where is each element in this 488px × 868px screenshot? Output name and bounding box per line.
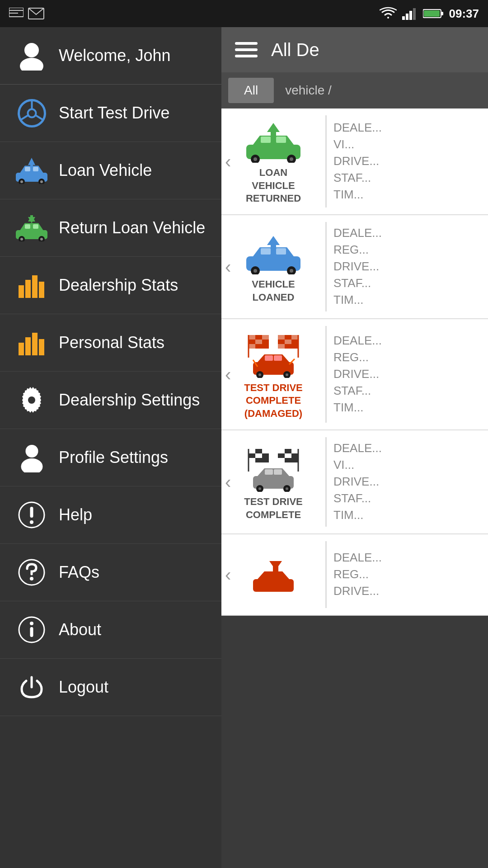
card-chevron-5[interactable]: ‹ — [225, 564, 231, 585]
filter-tabs: All vehicle / — [221, 72, 488, 108]
svg-rect-106 — [278, 449, 285, 453]
svg-point-13 — [20, 58, 43, 71]
svg-rect-87 — [291, 335, 298, 340]
svg-rect-72 — [276, 248, 286, 255]
card-chevron-4[interactable]: ‹ — [225, 472, 231, 492]
card-chevron-1[interactable]: ‹ — [225, 151, 231, 171]
car-up-icon — [14, 155, 50, 186]
svg-rect-81 — [249, 344, 255, 349]
card-icon-loan-returned: ‹ — [221, 108, 325, 214]
svg-rect-108 — [291, 449, 298, 453]
svg-rect-88 — [278, 344, 285, 349]
svg-rect-78 — [249, 335, 255, 340]
svg-rect-112 — [265, 469, 273, 475]
card-data-row: TIM... — [333, 401, 481, 415]
card-label-complete: TEST DRIVECOMPLETE — [244, 495, 303, 521]
loan-vehicle-label: Loan Vehicle — [59, 161, 152, 180]
svg-rect-42 — [19, 343, 24, 355]
dealership-settings-label: Dealership Settings — [59, 391, 200, 410]
svg-point-48 — [28, 396, 35, 404]
sidebar-item-return-loan-vehicle[interactable]: Return Loan Vehicle — [0, 199, 221, 257]
svg-rect-23 — [33, 167, 38, 171]
card-icon-complete: ‹ — [221, 430, 325, 533]
card-data-1: DEALE... VI... DRIVE... STAF... TIM... — [327, 108, 488, 214]
card-data-row: VI... — [333, 137, 481, 151]
welcome-label: Welcome, John — [59, 46, 170, 65]
bar-chart-personal-icon — [14, 327, 50, 359]
svg-point-96 — [258, 373, 261, 376]
sidebar-item-loan-vehicle[interactable]: Loan Vehicle — [0, 142, 221, 199]
svg-marker-68 — [267, 236, 280, 245]
right-panel: All De All vehicle / ‹ — [221, 27, 488, 868]
svg-point-37 — [40, 238, 43, 241]
battery-icon — [423, 8, 444, 19]
email-icon — [28, 8, 44, 19]
card-data-row: STAF... — [333, 276, 481, 290]
svg-rect-63 — [276, 137, 286, 143]
wifi-icon — [380, 7, 397, 20]
return-loan-vehicle-label: Return Loan Vehicle — [59, 218, 205, 237]
notification-icon — [9, 8, 23, 19]
sidebar-item-dealership-settings[interactable]: Dealership Settings — [0, 372, 221, 429]
car-down-icon — [14, 212, 50, 244]
sidebar-item-about[interactable]: About — [0, 601, 221, 659]
svg-rect-100 — [249, 449, 255, 453]
svg-point-76 — [290, 269, 293, 273]
svg-point-25 — [20, 180, 23, 183]
svg-line-17 — [21, 115, 28, 120]
sidebar-item-dealership-stats[interactable]: Dealership Stats — [0, 257, 221, 314]
svg-point-27 — [40, 180, 43, 183]
card-chevron-3[interactable]: ‹ — [225, 364, 231, 384]
card-test-drive-damaged: ‹ — [221, 319, 488, 430]
profile-settings-label: Profile Settings — [59, 448, 168, 467]
gear-icon — [14, 384, 50, 416]
card-label-damaged: TEST DRIVECOMPLETE(DAMAGED) — [244, 382, 303, 420]
svg-line-18 — [36, 115, 43, 120]
svg-point-12 — [24, 43, 39, 57]
card-chevron-2[interactable]: ‹ — [225, 256, 231, 277]
sidebar-item-personal-stats[interactable]: Personal Stats — [0, 314, 221, 372]
sidebar-item-faqs[interactable]: FAQs — [0, 544, 221, 601]
card-data-2: DEALE... REG... DRIVE... STAF... TIM... — [327, 215, 488, 318]
card-data-row: DRIVE... — [333, 259, 481, 274]
hamburger-menu-button[interactable] — [235, 42, 258, 57]
dealership-stats-label: Dealership Stats — [59, 276, 178, 295]
info-icon — [14, 614, 50, 646]
sidebar-item-help[interactable]: Help — [0, 486, 221, 544]
sidebar-item-profile-settings[interactable]: Profile Settings — [0, 429, 221, 486]
main-container: Welcome, John Start Test Drive — [0, 27, 488, 868]
sidebar-item-logout[interactable]: Logout — [0, 659, 221, 716]
card-test-drive-complete: ‹ — [221, 430, 488, 534]
svg-rect-41 — [39, 282, 44, 298]
svg-rect-86 — [285, 340, 291, 344]
card-data-row: REG... — [333, 350, 481, 364]
filter-tab-vehicle[interactable]: vehicle / — [278, 78, 338, 103]
svg-point-49 — [25, 445, 38, 458]
sidebar-item-start-test-drive[interactable]: Start Test Drive — [0, 85, 221, 142]
svg-rect-39 — [25, 280, 31, 298]
svg-rect-58 — [30, 627, 33, 637]
svg-rect-4 — [402, 16, 405, 20]
svg-point-50 — [21, 458, 42, 472]
svg-rect-38 — [19, 285, 24, 298]
svg-rect-11 — [424, 10, 440, 17]
card-data-row: DEALE... — [333, 551, 481, 565]
logout-label: Logout — [59, 678, 108, 697]
about-label: About — [59, 620, 101, 639]
card-data-row: STAF... — [333, 171, 481, 185]
svg-rect-22 — [25, 167, 30, 171]
card-icon-damaged: ‹ — [221, 319, 325, 429]
cards-container: ‹ — [221, 108, 488, 868]
loan-returned-illustration — [242, 122, 305, 163]
sidebar-item-welcome[interactable]: Welcome, John — [0, 27, 221, 85]
card-data-row: TIM... — [333, 188, 481, 202]
power-icon — [14, 671, 50, 703]
time-display: 09:37 — [449, 7, 479, 21]
filter-tab-all[interactable]: All — [228, 78, 274, 103]
svg-rect-80 — [262, 335, 269, 340]
svg-point-35 — [20, 238, 23, 241]
svg-rect-85 — [278, 335, 285, 340]
svg-rect-7 — [413, 8, 416, 20]
hamburger-line-1 — [235, 42, 258, 45]
signal-icon — [402, 7, 418, 20]
